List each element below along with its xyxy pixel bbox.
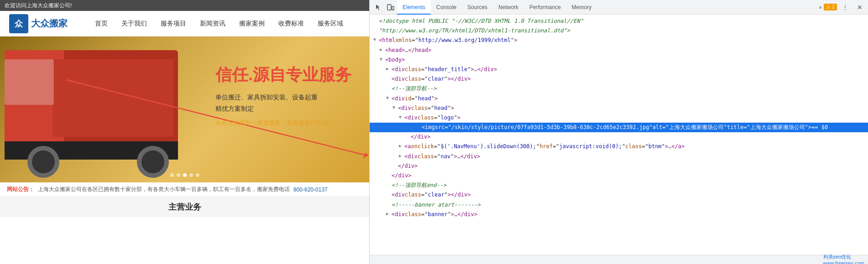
hero-dot-1	[170, 173, 174, 177]
html-line-close-head-class: </div>	[370, 161, 868, 171]
logo-icon: 众	[9, 14, 28, 33]
svg-rect-2	[387, 5, 391, 10]
html-line-clear1[interactable]: <div class="clear"></div>	[370, 74, 868, 84]
warning-badge: ⚠ 2	[824, 4, 837, 10]
hero-dot-2	[177, 173, 180, 177]
truck-wheel-rear	[27, 146, 59, 178]
hero-subtitle: 单位搬迁、家具拆卸安装、设备起重 精优方案制定	[215, 92, 351, 114]
nav-regions[interactable]: 服务区域	[318, 20, 343, 28]
html-line-div-head-class[interactable]: <div class="head">	[370, 104, 868, 113]
truck-wheel-front	[137, 146, 169, 178]
expand-arrow[interactable]	[399, 152, 403, 157]
site-bottom-title: 主营业务	[0, 197, 369, 217]
hero-link-text: 全程无忧策划一条龙服务，尊贵服务只为您！	[215, 119, 351, 127]
notice-text: 上海大众搬家公司在各区已拥有数十家分部，有各类大小车辆一百多辆，职工有一百多名，…	[38, 186, 290, 193]
site-nav[interactable]: 首页 关于我们 服务项目 新闻资讯 搬家案例 收费标准 服务区域	[95, 20, 343, 28]
hero-dot-3	[183, 173, 187, 177]
html-line-clear2[interactable]: <div class="clear"></div>	[370, 190, 868, 200]
truck-container	[0, 36, 192, 182]
tag-html: <html	[379, 36, 395, 45]
tab-elements[interactable]: Elements	[397, 0, 431, 15]
svg-rect-3	[392, 6, 394, 10]
website-panel: 欢迎访问上海大众搬家公司! 众 大众搬家 首页 关于我们 服务项目 新闻资讯 搬…	[0, 0, 370, 264]
notice-bar: 网站公告： 上海大众搬家公司在各区已拥有数十家分部，有各类大小车辆一百多辆，职工…	[0, 182, 369, 197]
hero-dots	[170, 173, 199, 177]
html-line-doctype1: <!doctype html PUBLIC "-//W3C//DTD XHTML…	[370, 16, 868, 26]
notice-label: 网站公告：	[7, 186, 34, 193]
device-toggle-button[interactable]	[384, 1, 397, 14]
devtools-tabs-bar: Elements Console Sources Network Perform…	[370, 0, 868, 15]
logo-text: 大众搬家	[31, 17, 68, 30]
html-line-div-logo[interactable]: <div class="logo">	[370, 113, 868, 123]
html-tree: <!doctype html PUBLIC "-//W3C//DTD XHTML…	[370, 15, 868, 221]
expand-arrow[interactable]	[380, 46, 384, 51]
devtools-panel: Elements Console Sources Network Perform…	[370, 0, 868, 264]
devtools-tabs-right: » ⚠ 2 ⋮ ✕	[819, 1, 866, 14]
hero-text-area: 信任.源自专业服务 单位搬迁、家具拆卸安装、设备起重 精优方案制定 全程无忧策划…	[215, 64, 351, 127]
tab-network[interactable]: Network	[493, 0, 524, 15]
expand-arrow[interactable]	[386, 65, 391, 70]
devtools-close-button[interactable]: ✕	[853, 1, 866, 14]
tab-performance[interactable]: Performance	[524, 0, 566, 15]
expand-arrow[interactable]	[399, 114, 403, 118]
more-tabs-button[interactable]: »	[819, 4, 822, 10]
hero-dot-5	[196, 173, 199, 177]
nav-pricing[interactable]: 收费标准	[278, 20, 304, 28]
attr-xmlns-name: xmlns	[395, 36, 412, 45]
html-line-close-head-id: </div>	[370, 171, 868, 181]
doctype-text: <!doctype html PUBLIC "-//W3C//DTD XHTML…	[379, 17, 583, 26]
html-line-comment-nav: <!--顶部导航-->	[370, 84, 868, 93]
html-line-img-selected[interactable]: ... <img src="/skin/style/picture/07fa93…	[370, 123, 868, 132]
truck-cargo	[52, 59, 173, 137]
expand-arrow[interactable]	[386, 210, 391, 215]
html-line-comment-nav-end: <!--顶部导航end-->	[370, 181, 868, 190]
nav-news[interactable]: 新闻资讯	[200, 20, 225, 28]
expand-arrow[interactable]	[380, 56, 384, 60]
nav-cases[interactable]: 搬家案例	[239, 20, 265, 28]
doctype-url: "http://www.w3.org/TR/xhtml1/DTD/xhtml1-…	[379, 26, 570, 35]
devtools-bottombar: 利美seo优化 www.limeiseo.com	[370, 255, 868, 264]
nav-about[interactable]: 关于我们	[121, 20, 147, 28]
hero-banner: 信任.源自专业服务 单位搬迁、家具拆卸安装、设备起重 精优方案制定 全程无忧策划…	[0, 36, 370, 182]
html-line-html[interactable]: <html xmlns="http://www.w3.org/1999/xhtm…	[370, 36, 868, 45]
truck-windshield	[5, 59, 54, 105]
html-line-comment-banner: <!-----banner atart------->	[370, 200, 868, 210]
html-line-body[interactable]: <body>	[370, 55, 868, 65]
topbar-text: 欢迎访问上海大众搬家公司!	[5, 2, 72, 9]
svg-marker-1	[363, 153, 369, 158]
expand-arrow[interactable]	[399, 142, 403, 147]
html-line-head[interactable]: <head>…</head>	[370, 46, 868, 55]
line-dots: ...	[405, 123, 414, 131]
expand-arrow[interactable]	[373, 36, 378, 41]
devtools-code-area[interactable]: <!doctype html PUBLIC "-//W3C//DTD XHTML…	[370, 15, 868, 255]
attr-xmlns-value: http://www.w3.org/1999/xhtml	[418, 36, 511, 45]
html-line-doctype2: "http://www.w3.org/TR/xhtml1/DTD/xhtml1-…	[370, 26, 868, 36]
tab-memory[interactable]: Memory	[566, 0, 597, 15]
tab-console[interactable]: Console	[431, 0, 462, 15]
devtools-settings-button[interactable]: ⋮	[839, 1, 852, 14]
nav-home[interactable]: 首页	[95, 20, 108, 28]
html-line-div-nav[interactable]: <div class="nav">…</div>	[370, 152, 868, 161]
expand-arrow[interactable]	[386, 94, 391, 99]
html-line-div-head[interactable]: <div id="head">	[370, 94, 868, 104]
inspect-element-button[interactable]	[371, 1, 384, 14]
hero-dot-4	[189, 173, 193, 177]
html-line-close-div1: </div>	[370, 132, 868, 142]
site-logo: 众 大众搬家	[9, 14, 68, 33]
html-line-header-title[interactable]: <div class="header_title">…</div>	[370, 65, 868, 74]
hero-title: 信任.源自专业服务	[215, 64, 351, 86]
notice-phone: 800-620-0137	[293, 186, 328, 193]
bottombar-seo: 利美seo优化 www.limeiseo.com	[823, 254, 864, 264]
html-line-div-banner[interactable]: <div class="banner">…</div>	[370, 210, 868, 219]
site-navbar: 众 大众搬家 首页 关于我们 服务项目 新闻资讯 搬家案例 收费标准 服务区域	[0, 11, 369, 36]
html-line-a-onclick[interactable]: <a onclick="$('.NavMenu').slideDown(300)…	[370, 142, 868, 151]
tab-sources[interactable]: Sources	[462, 0, 493, 15]
expand-arrow[interactable]	[392, 104, 397, 109]
nav-services[interactable]: 服务项目	[161, 20, 186, 28]
site-topbar: 欢迎访问上海大众搬家公司!	[0, 0, 369, 11]
